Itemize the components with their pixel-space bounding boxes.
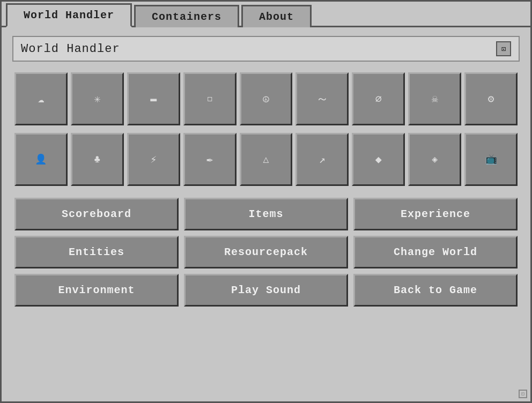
quill-icon-btn[interactable]: ✒ (183, 133, 237, 186)
tv-icon-btn[interactable]: 📺 (464, 133, 518, 186)
clover-icon-btn[interactable]: ♣ (71, 133, 124, 186)
panel-title: World Handler (21, 42, 120, 56)
square-icon-btn[interactable]: ◻ (183, 72, 237, 125)
scoreboard-button[interactable]: Scoreboard (14, 198, 179, 230)
tab-about[interactable]: About (241, 5, 312, 27)
panel-header: World Handler ⊡ (12, 36, 520, 62)
triangle-icon-btn[interactable]: △ (240, 133, 293, 186)
diamond-icon-btn[interactable]: ◆ (352, 133, 405, 186)
experience-button[interactable]: Experience (353, 198, 518, 230)
tab-bar: World Handler Containers About (2, 2, 530, 27)
play-sound-button[interactable]: Play Sound (184, 274, 348, 307)
environment-button[interactable]: Environment (14, 274, 179, 307)
empty-icon-btn[interactable]: ∅ (352, 72, 405, 125)
tab-containers[interactable]: Containers (134, 5, 239, 27)
gear-icon-btn[interactable]: ⚙ (464, 72, 518, 125)
panel-icon-button[interactable]: ⊡ (496, 41, 511, 56)
tilde-icon-btn[interactable]: ～ (295, 72, 349, 125)
items-button[interactable]: Items (184, 198, 348, 230)
resize-handle[interactable]: ⊡ (519, 390, 527, 398)
tab-world-handler[interactable]: World Handler (6, 3, 132, 27)
lightning-icon-btn[interactable]: ⚡ (127, 133, 180, 186)
change-world-button[interactable]: Change World (353, 236, 518, 268)
content-area: World Handler ⊡ ☁ ✳ ▬ ◻ ☮ ～ ∅ ☠ ⚙ 👤 ♣ ⚡ … (2, 27, 530, 401)
text-button-grid: Scoreboard Items Experience Entities Res… (12, 198, 520, 307)
skull-icon-btn[interactable]: ☠ (408, 72, 461, 125)
icon-grid-row2: 👤 ♣ ⚡ ✒ △ ↗ ◆ ◈ 📺 (12, 133, 520, 186)
burst-icon-btn[interactable]: ✳ (71, 72, 124, 125)
minus-icon-btn[interactable]: ▬ (127, 72, 180, 125)
entities-button[interactable]: Entities (14, 236, 179, 268)
main-window: World Handler Containers About World Han… (0, 0, 532, 403)
weather-icon-btn[interactable]: ☁ (14, 72, 68, 125)
peace-icon-btn[interactable]: ☮ (240, 72, 293, 125)
arrow-icon-btn[interactable]: ↗ (295, 133, 349, 186)
person-icon-btn[interactable]: 👤 (14, 133, 68, 186)
stamp-icon-btn[interactable]: ◈ (408, 133, 461, 186)
resourcepack-button[interactable]: Resourcepack (184, 236, 348, 268)
back-to-game-button[interactable]: Back to Game (353, 274, 518, 307)
icon-grid-row1: ☁ ✳ ▬ ◻ ☮ ～ ∅ ☠ ⚙ (12, 72, 520, 125)
